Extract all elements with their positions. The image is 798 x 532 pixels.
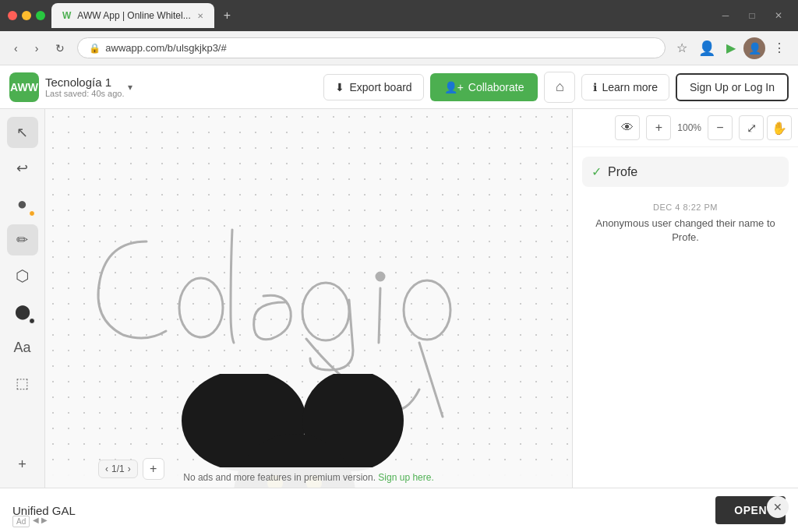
app-logo: AWW <box>9 72 39 102</box>
close-window-btn[interactable] <box>8 11 17 20</box>
info-icon: ℹ <box>593 81 597 93</box>
collaborate-button[interactable]: 👤+ Collaborate <box>430 73 538 101</box>
drawing-canvas[interactable] <box>45 109 572 488</box>
color-icon: ● <box>17 194 27 214</box>
user-header: ✓ Profe <box>582 157 789 187</box>
forward-btn[interactable]: › <box>30 39 44 58</box>
activity-section: DEC 4 8:22 PM Anonymous user changed the… <box>582 196 789 251</box>
circle-tool[interactable]: ⬤ <box>7 296 38 327</box>
expand-btn[interactable]: ⤢ <box>739 115 764 140</box>
lock-icon: 🔒 <box>89 43 101 54</box>
ext-btn-1[interactable]: 👤 <box>695 37 719 60</box>
ad-text: Unified GAL <box>12 504 76 517</box>
new-tab-btn[interactable]: + <box>217 5 237 26</box>
zoom-level: 100% <box>674 122 704 133</box>
select-icon: ↖ <box>16 124 28 141</box>
window-minimize-btn[interactable]: ─ <box>714 4 737 27</box>
tab-title: AWW App | Online Whitel... <box>77 10 190 21</box>
profile-avatar[interactable]: 👤 <box>743 37 765 59</box>
signup-label: Sign Up or Log In <box>690 81 775 93</box>
prev-page-btn[interactable]: ‹ <box>105 463 108 474</box>
zoom-out-btn[interactable]: − <box>708 115 733 140</box>
export-label: Export board <box>349 81 411 93</box>
board-subtitle: Last saved: 40s ago. <box>45 89 125 98</box>
pen-tool[interactable]: ✏ <box>7 224 38 255</box>
maximize-window-btn[interactable] <box>36 11 45 20</box>
svg-point-3 <box>404 280 450 340</box>
select-tool[interactable]: ↖ <box>7 117 38 148</box>
export-board-button[interactable]: ⬇ Export board <box>323 74 423 100</box>
dropdown-arrow-icon: ▾ <box>128 82 132 93</box>
svg-point-1 <box>302 283 349 340</box>
refresh-btn[interactable]: ↻ <box>51 39 69 58</box>
text-icon: Aa <box>13 340 30 356</box>
page-indicator-section: ‹ 1/1 › + <box>98 458 164 480</box>
board-name-section[interactable]: Tecnología 1 Last saved: 40s ago. ▾ <box>45 76 132 98</box>
url-bar[interactable]: 🔒 awwapp.com/b/ulsgkjkp3/# <box>77 37 666 58</box>
logo-text: AWW <box>10 81 38 93</box>
circle-dot <box>29 318 35 324</box>
eraser-icon: ⬡ <box>16 266 29 285</box>
sticky-tool[interactable]: ⬚ <box>7 368 38 399</box>
circle-icon: ⬤ <box>15 303 30 320</box>
export-icon: ⬇ <box>335 81 344 93</box>
add-page-btn[interactable]: + <box>143 458 164 480</box>
menu-btn[interactable]: ⋮ <box>770 37 789 58</box>
close-ad-btn[interactable]: ✕ <box>767 496 789 518</box>
signup-login-button[interactable]: Sign Up or Log In <box>676 73 789 101</box>
undo-tool[interactable]: ↩ <box>7 153 38 184</box>
add-tool[interactable]: + <box>7 449 38 480</box>
bookmark-btn[interactable]: ☆ <box>673 37 690 58</box>
color-tool[interactable]: ● <box>7 188 38 220</box>
activity-text: Anonymous user changed their name to Pro… <box>582 217 789 245</box>
user-panel: ✓ Profe DEC 4 8:22 PM Anonymous user cha… <box>573 147 798 260</box>
undo-icon: ↩ <box>16 160 28 177</box>
hand-tool-btn[interactable]: ✋ <box>767 115 792 140</box>
url-text: awwapp.com/b/ulsgkjkp3/# <box>105 42 226 54</box>
user-name: Profe <box>608 165 637 179</box>
window-maximize-btn[interactable]: □ <box>740 4 764 27</box>
premium-text: No ads and more features in premium vers… <box>183 472 376 483</box>
learn-label: Learn more <box>602 81 658 93</box>
ext-btn-2[interactable]: ▶ <box>723 37 739 58</box>
eye-view-btn[interactable]: 👁 <box>615 115 640 140</box>
zoom-in-btn[interactable]: + <box>646 115 671 140</box>
home-icon: ⌂ <box>556 79 564 95</box>
sticky-icon: ⬚ <box>16 375 29 392</box>
back-btn[interactable]: ‹ <box>9 39 23 58</box>
text-tool[interactable]: Aa <box>7 332 38 363</box>
add-icon: + <box>18 456 26 473</box>
pen-icon: ✏ <box>16 231 28 248</box>
svg-point-2 <box>376 273 384 280</box>
svg-point-0 <box>179 278 223 337</box>
collaborate-icon: 👤+ <box>444 81 464 93</box>
active-tab[interactable]: W AWW App | Online Whitel... ✕ <box>51 3 214 28</box>
color-indicator <box>29 210 35 217</box>
tab-close-icon[interactable]: ✕ <box>197 12 203 20</box>
window-close-btn[interactable]: ✕ <box>767 4 790 27</box>
zoom-out-icon: − <box>716 121 723 135</box>
activity-date: DEC 4 8:22 PM <box>582 203 789 212</box>
close-icon: ✕ <box>773 501 782 513</box>
check-icon: ✓ <box>591 164 602 179</box>
zoom-controls: 👁 + 100% − ⤢ ✋ <box>573 109 798 147</box>
eye-icon: 👁 <box>621 121 634 135</box>
sidebar-bottom: + <box>7 449 38 480</box>
zoom-in-icon: + <box>655 121 662 135</box>
home-button[interactable]: ⌂ <box>544 72 575 103</box>
page-number: 1/1 <box>111 463 125 474</box>
signup-link[interactable]: Sign up here. <box>378 472 433 483</box>
main-toolbar: AWW Tecnología 1 Last saved: 40s ago. ▾ … <box>0 65 798 109</box>
board-name: Tecnología 1 <box>45 76 125 89</box>
left-toolbar: ↖ ↩ ● ✏ ⬡ ⬤ Aa ⬚ <box>0 109 45 488</box>
minimize-window-btn[interactable] <box>22 11 31 20</box>
page-indicator: ‹ 1/1 › <box>98 460 138 478</box>
hand-icon: ✋ <box>772 121 787 136</box>
canvas-area[interactable]: No ads and more features in premium vers… <box>45 109 572 488</box>
next-page-btn[interactable]: › <box>128 463 131 474</box>
learn-more-button[interactable]: ℹ Learn more <box>581 74 669 100</box>
eraser-tool[interactable]: ⬡ <box>7 260 38 291</box>
ad-nav: ◀ ▶ <box>33 516 48 527</box>
expand-icon: ⤢ <box>747 121 757 136</box>
right-panel: 👁 + 100% − ⤢ ✋ <box>572 109 798 488</box>
